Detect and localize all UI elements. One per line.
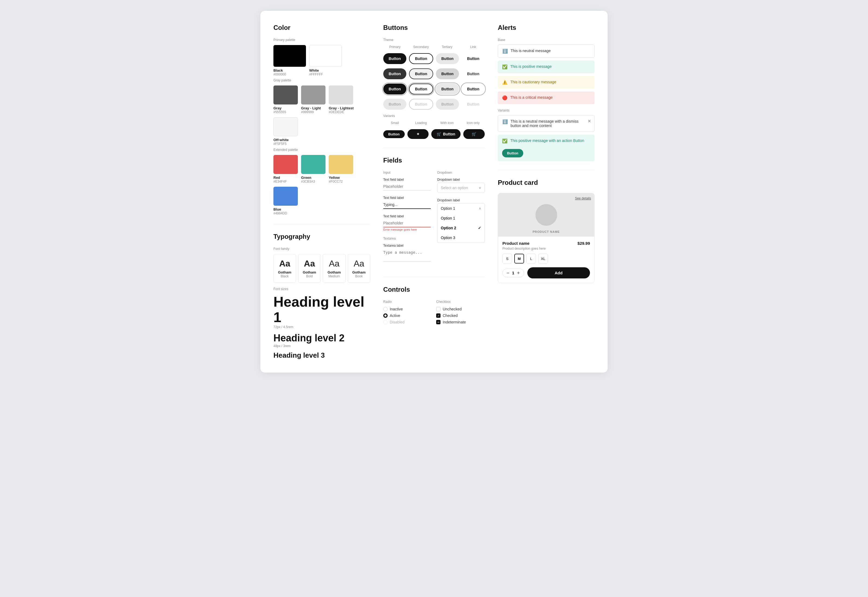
heading-2: Heading level 2	[273, 332, 370, 344]
font-name-book: Gotham	[353, 270, 366, 274]
alert-neutral: ℹ️ This is neutral message	[498, 45, 595, 58]
btn-row-3: Button Button Button Button	[383, 83, 485, 94]
alerts-divider	[498, 170, 595, 170]
font-medium: Aa Gotham Medium	[323, 254, 345, 283]
font-sample-bold: Aa	[304, 258, 315, 269]
col-alerts-product: Alerts Base ℹ️ This is neutral message ✅…	[498, 24, 595, 359]
product-card-title: Product card	[498, 179, 595, 186]
quantity-stepper: − 1 +	[502, 269, 524, 277]
add-to-cart-button[interactable]: Add	[527, 267, 590, 278]
fields-divider	[383, 277, 485, 277]
cart-icon-only: 🛒	[472, 132, 476, 136]
option-3-label: Option 3	[441, 236, 455, 240]
btn-primary-3[interactable]: Button	[383, 83, 406, 94]
field-default: Text field label	[383, 178, 431, 190]
product-image-area: See details PRODUCT NAME	[498, 193, 594, 237]
btn-loading[interactable]: ✦	[407, 129, 429, 139]
size-XL[interactable]: XL	[538, 254, 548, 263]
checkbox-unchecked[interactable]: Unchecked	[436, 307, 485, 311]
alert-action-button[interactable]: Button	[502, 149, 523, 157]
offwhite-name: Off-white	[273, 138, 298, 142]
text-input-default[interactable]	[383, 183, 431, 190]
checkbox-sq-unchecked	[436, 307, 440, 311]
dropdown-option-3[interactable]: Option 3	[437, 233, 484, 243]
variant-btns: Button ✦ 🛒Button 🛒	[383, 129, 485, 139]
size-M[interactable]: M	[514, 254, 524, 263]
checkbox-indeterminate[interactable]: − Indeterminate	[436, 320, 485, 324]
swatch-black: Black #000000	[273, 45, 306, 76]
yellow-hex: #F0CC72	[329, 180, 353, 183]
btn-tertiary-2[interactable]: Button	[436, 68, 459, 79]
swatch-gray-light: Gray - Light #999999	[301, 86, 326, 114]
dropdown-option-1[interactable]: Option 1	[437, 213, 484, 223]
dropdown-col: Dropdown Dropdown label Select an option…	[437, 171, 485, 268]
offwhite-swatch	[273, 117, 298, 136]
red-hex: #E34F4F	[273, 180, 298, 183]
checkbox-unchecked-label: Unchecked	[443, 307, 462, 311]
btn-row-2: Button Button Button Button	[383, 68, 485, 79]
variant-label-small: Small	[383, 121, 407, 125]
red-name: Red	[273, 175, 298, 180]
btn-primary-1[interactable]: Button	[383, 53, 406, 64]
dropdown-menu: Option 1 Option 2 ✓ Option 3	[437, 213, 485, 243]
dropdown-open[interactable]: Option 1 ∧	[437, 203, 485, 213]
text-input-error[interactable]	[383, 219, 431, 227]
font-sample-book: Aa	[354, 258, 364, 269]
checkbox-indeterminate-label: Indeterminate	[443, 320, 466, 324]
btn-primary-disabled: Button	[383, 99, 406, 110]
swatch-gray: Gray #555555	[273, 86, 298, 114]
size-S[interactable]: S	[502, 254, 512, 263]
btn-secondary-2[interactable]: Button	[409, 68, 433, 79]
btn-secondary-3[interactable]: Button	[409, 83, 433, 94]
btn-tertiary-3[interactable]: Button	[436, 83, 459, 94]
gray-palette-label: Gray palette	[273, 79, 370, 82]
btn-link-disabled: Button	[462, 99, 485, 110]
product-name-label: PRODUCT NAME	[498, 230, 594, 233]
dropdown-option-2[interactable]: Option 2 ✓	[437, 223, 484, 233]
textarea-input[interactable]	[383, 249, 431, 261]
gray-swatches: Gray #555555 Gray - Light #999999 Gray -…	[273, 86, 370, 146]
dismiss-button[interactable]: ✕	[588, 119, 591, 124]
btn-link-1[interactable]: Button	[462, 53, 485, 64]
btn-small[interactable]: Button	[383, 130, 405, 138]
alerts-title: Alerts	[498, 24, 595, 31]
color-divider	[273, 224, 370, 224]
btn-link-2[interactable]: Button	[462, 68, 485, 79]
btn-link-3[interactable]: Button	[462, 83, 485, 94]
checkmark-icon: ✓	[478, 226, 481, 230]
btn-with-icon[interactable]: 🛒Button	[431, 129, 461, 139]
see-details-link[interactable]: See details	[575, 196, 591, 200]
radio-inactive[interactable]: Inactive	[383, 307, 432, 311]
font-name-medium: Gotham	[327, 270, 341, 274]
gray-lightest-swatch	[329, 86, 353, 104]
field-label-active: Text field label	[383, 196, 431, 200]
swatch-white: White #FFFFFF	[309, 45, 342, 76]
qty-increase-button[interactable]: +	[517, 270, 520, 275]
white-hex: #FFFFFF	[309, 73, 342, 76]
col-label-secondary: Secondary	[409, 45, 433, 49]
btn-tertiary-1[interactable]: Button	[436, 53, 459, 64]
font-name-bold: Gotham	[303, 270, 316, 274]
checkbox-checked[interactable]: ✓ Checked	[436, 313, 485, 318]
qty-decrease-button[interactable]: −	[506, 270, 510, 275]
swatch-green: Green #3CB3A3	[301, 155, 326, 183]
text-input-active[interactable]	[383, 201, 431, 209]
dropdown-placeholder: Select an option	[441, 186, 468, 190]
dropdown-closed[interactable]: Select an option ∨	[437, 183, 485, 193]
product-info: Product name $29.99 Product description …	[498, 237, 594, 283]
radio-active[interactable]: Active	[383, 313, 432, 318]
field-label-default: Text field label	[383, 178, 431, 181]
field-error: Text field label Error message goes here	[383, 214, 431, 231]
size-L[interactable]: L	[526, 254, 536, 263]
btn-primary-2[interactable]: Button	[383, 68, 406, 79]
radio-circle-disabled	[383, 320, 388, 324]
variant-labels: Small Loading With icon Icon only	[383, 121, 485, 125]
btn-icon-only[interactable]: 🛒	[463, 129, 485, 139]
product-price: $29.99	[578, 241, 590, 246]
btn-secondary-1[interactable]: Button	[409, 53, 433, 64]
variant-label-icon: With icon	[435, 121, 459, 125]
dropdown-closed-label: Dropdown label	[437, 178, 485, 181]
extended-palette-label: Extended palette	[273, 148, 370, 152]
swatch-offwhite: Off-white #F5F5F5	[273, 117, 298, 146]
gray-light-hex: #999999	[301, 110, 326, 114]
